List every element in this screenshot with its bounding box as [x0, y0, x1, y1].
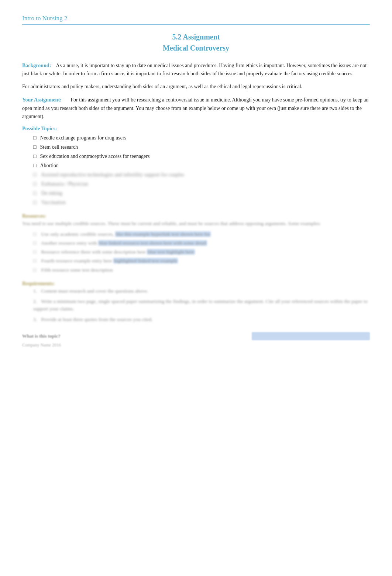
list-item: Fifth resource some text description: [33, 266, 370, 274]
requirements-label: Requirements:: [22, 280, 370, 287]
header-title: Intro to Nursing 2: [22, 15, 67, 22]
assignment-title: 5.2 Assignment Medical Controversy: [22, 31, 370, 54]
your-assignment-paragraph: Your Assignment: For this assignment you…: [22, 96, 370, 121]
your-assignment-text: For this assignment you will be research…: [22, 97, 368, 119]
possible-topics-section: Possible Topics: Needle exchange program…: [22, 126, 370, 206]
resources-label: Resources:: [22, 212, 370, 220]
background-label: Background:: [22, 63, 51, 68]
list-item: Provide at least three quotes from the s…: [33, 316, 370, 323]
topic-list: Needle exchange programs for drug users …: [22, 134, 370, 206]
your-assignment-section: Your Assignment: For this assignment you…: [22, 96, 370, 121]
background-text1: As a nurse, it is important to stay up t…: [22, 63, 367, 76]
assignment-title-line2: Medical Controversy: [22, 42, 370, 54]
list-item: Another resource entry with blue linked …: [33, 239, 370, 247]
possible-topics-label: Possible Topics:: [22, 126, 370, 132]
list-item: Vaccination: [33, 199, 370, 206]
header-container: Intro to Nursing 2: [22, 15, 370, 25]
footer-sub: Company Name 2016: [22, 342, 370, 348]
list-item: Write a minimum two page, single spaced …: [33, 298, 370, 313]
list-item: Fourth resource example entry here highl…: [33, 257, 370, 265]
requirements-section: Requirements: Content must research and …: [22, 280, 370, 323]
requirements-list: Content must research and cover the ques…: [22, 287, 370, 323]
list-item: Sex education and contraceptive access f…: [33, 152, 370, 160]
list-item: Abortion: [33, 162, 370, 169]
your-assignment-label: Your Assignment:: [22, 97, 62, 103]
resources-section: Resources: You need to use multiple cred…: [22, 212, 370, 274]
footer-answer-box[interactable]: [252, 332, 370, 340]
list-item: De-inking: [33, 189, 370, 197]
background-paragraph2: For administrators and policy makers, un…: [22, 83, 370, 91]
assignment-title-line1: 5.2 Assignment: [22, 31, 370, 42]
list-item: Assisted reproductive technologies and i…: [33, 171, 370, 179]
list-item: Resource reference three with some descr…: [33, 248, 370, 256]
footer-section: What is this topic?: [22, 332, 370, 340]
background-paragraph1: Background: As a nurse, it is important …: [22, 62, 370, 78]
resources-intro: You need to use multiple credible source…: [22, 220, 370, 227]
list-item: Use only academic credible sources, like…: [33, 231, 370, 238]
background-section: Background: As a nurse, it is important …: [22, 62, 370, 91]
list-item: Euthanasia / Physician: [33, 180, 370, 188]
list-item: Content must research and cover the ques…: [33, 287, 370, 295]
footer-label: What is this topic?: [22, 333, 61, 339]
list-item: Needle exchange programs for drug users: [33, 134, 370, 142]
list-item: Stem cell research: [33, 143, 370, 151]
resources-list: Use only academic credible sources, like…: [22, 231, 370, 274]
